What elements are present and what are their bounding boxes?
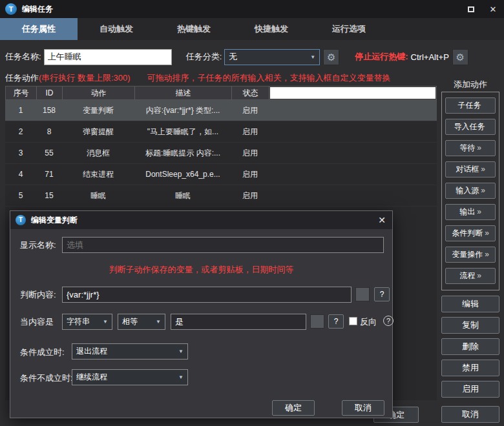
tab-run-options[interactable]: 运行选项 [310, 18, 388, 40]
table-filter-cell [269, 86, 436, 99]
on-true-select[interactable]: 退出流程 ▼ [72, 343, 188, 360]
chevron-right-icon: » [481, 165, 485, 174]
add-dialog-button[interactable]: 对话框» [445, 161, 496, 178]
table-row[interactable]: 2 8 弹窗提醒 "马上要睡眠了，如... 启用 [5, 121, 437, 143]
on-false-label: 条件不成立时: [20, 372, 73, 384]
stop-hotkey-label: 停止运行热键: [355, 51, 408, 63]
category-settings-button[interactable]: ⚙ [323, 49, 339, 65]
tab-hotkey-trigger[interactable]: 热键触发 [155, 18, 233, 40]
task-form-row: 任务名称: 任务分类: 无 ▼ ⚙ 停止运行热键: Ctrl+Alt+P ⚙ [5, 48, 468, 65]
chevron-right-icon: » [481, 186, 485, 195]
add-actions-group: 子任务 导入任务 等待» 对话框» 输入源» 输出» 条件判断» 变量操作» 流… [441, 92, 499, 290]
dropdown-arrow-icon: ▼ [178, 374, 184, 380]
tab-quick-trigger[interactable]: 快捷触发 [233, 18, 310, 40]
cell-action: 弹窗提醒 [62, 127, 134, 137]
on-true-label: 条件成立时: [20, 347, 65, 358]
button-label: 对话框 [456, 165, 479, 174]
table-row[interactable]: 4 71 结束进程 DontSleep_x64_p.e... 启用 [5, 164, 437, 185]
window-title: 编辑任务 [22, 4, 53, 15]
tab-task-properties[interactable]: 任务属性 [0, 18, 78, 40]
reverse-label: 反向 [360, 316, 377, 328]
task-category-value: 无 [229, 51, 237, 63]
actions-header-row: 任务动作 (串行执行 数量上限:300) 可拖动排序，子任务的所有输入相关，支持… [5, 72, 391, 84]
window-controls: ✕ [460, 0, 504, 18]
col-status: 状态 [232, 86, 269, 99]
insert-variable-button[interactable] [310, 314, 324, 329]
button-label: 输出 [459, 207, 475, 216]
dialog-close-button[interactable]: ✕ [372, 211, 392, 229]
add-output-button[interactable]: 输出» [445, 204, 496, 220]
cell-desc: 标题:睡眠提示 内容:... [134, 148, 231, 159]
task-name-label: 任务名称: [5, 51, 41, 63]
button-label: 导入任务 [454, 122, 485, 131]
cell-status: 启用 [231, 148, 269, 159]
close-icon: ✕ [490, 5, 497, 14]
content-type-select[interactable]: 字符串 ▼ [62, 314, 112, 330]
dialog-cancel-button[interactable]: 取消 [342, 400, 384, 416]
chevron-right-icon: » [485, 228, 489, 238]
import-task-button[interactable]: 导入任务 [445, 119, 496, 135]
add-wait-button[interactable]: 等待» [445, 140, 496, 156]
add-subtask-button[interactable]: 子任务 [445, 97, 496, 114]
app-logo-icon: T [16, 215, 26, 225]
compare-mode-select[interactable]: 相等 ▼ [118, 314, 165, 330]
dialog-hint-text: 判断子动作保存的变量，或者剪贴板，日期时间等 [10, 264, 392, 276]
cell-id: 158 [36, 106, 62, 115]
add-condition-button[interactable]: 条件判断» [445, 225, 496, 241]
table-filter-input[interactable] [270, 87, 436, 99]
cell-action: 变量判断 [62, 105, 134, 116]
close-button[interactable]: ✕ [482, 0, 504, 18]
add-flow-button[interactable]: 流程» [445, 268, 496, 284]
hotkey-settings-button[interactable]: ⚙ [452, 49, 468, 65]
reverse-checkbox[interactable] [349, 317, 357, 325]
tab-auto-trigger[interactable]: 自动触发 [78, 18, 155, 40]
edit-buttons-column: 编辑 复制 删除 禁用 启用 [441, 296, 499, 398]
judge-content-input[interactable] [62, 287, 352, 303]
add-actions-title: 添加动作 [441, 79, 499, 90]
serial-limit-note: (串行执行 数量上限:300) [39, 72, 131, 84]
cell-action: 消息框 [62, 148, 134, 159]
cell-desc: "马上要睡眠了，如... [134, 127, 231, 137]
compare-value-input[interactable] [171, 314, 306, 330]
main-cancel-button[interactable]: 取消 [441, 406, 499, 423]
on-true-value: 退出流程 [76, 346, 107, 357]
delete-button[interactable]: 删除 [441, 338, 499, 355]
insert-variable-button[interactable] [355, 287, 370, 301]
dropdown-arrow-icon: ▼ [103, 319, 108, 325]
help-button[interactable]: ? [328, 314, 344, 329]
on-false-select[interactable]: 继续流程 ▼ [72, 369, 188, 385]
cell-id: 15 [36, 191, 62, 200]
help-button[interactable]: ? [374, 287, 390, 301]
button-label: 输入源 [456, 186, 479, 195]
col-desc: 描述 [135, 86, 232, 99]
maximize-button[interactable] [460, 0, 482, 18]
copy-button[interactable]: 复制 [441, 317, 499, 334]
dialog-title-bar: T 编辑变量判断 ✕ [10, 211, 392, 229]
add-input-source-button[interactable]: 输入源» [445, 183, 496, 199]
stop-hotkey-value: Ctrl+Alt+P [411, 52, 449, 62]
cell-action: 睡眠 [62, 190, 134, 201]
app-logo-icon: T [5, 3, 17, 15]
edit-button[interactable]: 编辑 [441, 296, 499, 312]
cell-seq: 4 [5, 170, 36, 179]
table-row[interactable]: 3 55 消息框 标题:睡眠提示 内容:... 启用 [5, 143, 437, 164]
title-bar: T 编辑任务 ✕ [0, 0, 504, 18]
display-name-input[interactable] [62, 237, 384, 253]
cell-desc: DontSleep_x64_p.e... [134, 170, 231, 179]
enable-button[interactable]: 启用 [441, 381, 499, 398]
chevron-right-icon: » [485, 250, 489, 259]
dialog-ok-button[interactable]: 确定 [272, 400, 315, 416]
help-circle-icon[interactable]: ? [383, 316, 394, 326]
task-name-input[interactable] [44, 49, 172, 65]
cell-seq: 2 [5, 127, 36, 136]
app-window: T 编辑任务 ✕ 任务属性 自动触发 热键触发 快捷触发 运行选项 任务名称: … [0, 0, 504, 426]
add-variable-button[interactable]: 变量操作» [445, 247, 496, 263]
table-row[interactable]: 1 158 变量判断 内容:{var:*jjr*} 类型:... 启用 [5, 100, 437, 121]
task-category-select[interactable]: 无 ▼ [224, 49, 320, 65]
dropdown-arrow-icon: ▼ [178, 349, 184, 354]
drag-hint-note: 可拖动排序，子任务的所有输入相关，支持输入框自定义变量替换 [147, 72, 391, 84]
chevron-right-icon: » [477, 207, 481, 216]
table-row[interactable]: 5 15 睡眠 睡眠 启用 [5, 185, 437, 207]
cell-desc: 内容:{var:*jjr*} 类型:... [134, 105, 231, 116]
disable-button[interactable]: 禁用 [441, 360, 499, 376]
